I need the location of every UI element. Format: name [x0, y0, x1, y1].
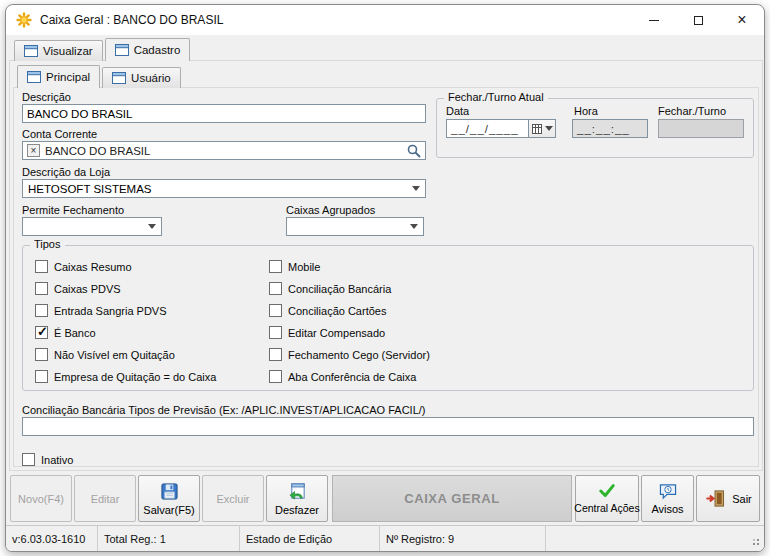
app-icon	[16, 12, 32, 28]
checkbox-empresa-quitacao-caixa[interactable]: Empresa de Quitação = do Caixa	[35, 370, 216, 383]
checkbox-e-banco[interactable]: É Banco	[35, 326, 96, 339]
data-calendar-dropdown-button[interactable]	[529, 119, 556, 138]
descricao-loja-label: Descrição da Loja	[22, 166, 110, 178]
window-controls: ×	[632, 5, 764, 35]
checkbox-box[interactable]	[22, 453, 35, 466]
checkbox-caixas-resumo[interactable]: Caixas Resumo	[35, 260, 132, 273]
checkbox-label: Caixas Resumo	[54, 261, 132, 273]
checkbox-box[interactable]	[269, 282, 282, 295]
close-icon: ×	[737, 12, 746, 28]
conta-corrente-input[interactable]: × BANCO DO BRASIL	[22, 141, 426, 160]
tab-visualizar-label: Visualizar	[43, 45, 93, 57]
checkbox-editar-compensado[interactable]: Editar Compensado	[269, 326, 385, 339]
salvar-button[interactable]: Salvar(F5)	[138, 475, 200, 522]
data-input[interactable]: __/__/____	[446, 119, 529, 138]
fechar-turno-group-title: Fechar./Turno Atual	[444, 91, 548, 103]
descricao-input[interactable]	[22, 104, 426, 123]
resize-grip[interactable]	[757, 543, 759, 545]
caixas-agrupados-select[interactable]	[286, 217, 424, 236]
avisos-button[interactable]: Avisos	[641, 475, 694, 522]
checkbox-mobile[interactable]: Mobile	[269, 260, 320, 273]
checkbox-label: É Banco	[54, 327, 96, 339]
descricao-loja-value: HETOSOFT SISTEMAS	[28, 183, 152, 195]
tab-cadastro-label: Cadastro	[134, 44, 181, 56]
form-icon	[115, 44, 129, 56]
sair-button[interactable]: Sair	[696, 475, 760, 522]
hora-input[interactable]: __:__:__	[572, 119, 648, 138]
hora-mask-value: __:__:__	[577, 123, 630, 135]
fechar-turno-input	[658, 119, 744, 138]
checkbox-aba-conferencia-caixa[interactable]: Aba Conferência de Caixa	[269, 370, 416, 383]
chevron-down-icon	[410, 224, 418, 229]
checkbox-box[interactable]	[269, 260, 282, 273]
descricao-label: Descrição	[22, 91, 71, 103]
checkbox-box[interactable]	[35, 282, 48, 295]
sub-tabstrip: Principal Usuário	[17, 65, 183, 88]
checkbox-box[interactable]	[269, 326, 282, 339]
checkbox-box[interactable]	[269, 348, 282, 361]
conciliacao-previsao-label: Conciliação Bancária Tipos de Previsão (…	[22, 404, 426, 416]
minimize-button[interactable]	[632, 5, 676, 35]
checkbox-label: Editar Compensado	[288, 327, 385, 339]
checkbox-label: Empresa de Quitação = do Caixa	[54, 371, 216, 383]
checkbox-inativo[interactable]: Inativo	[22, 453, 73, 466]
checkbox-caixas-pdvs[interactable]: Caixas PDVS	[35, 282, 121, 295]
chat-clock-icon	[658, 483, 678, 500]
checkbox-label: Fechamento Cego (Servidor)	[288, 349, 430, 361]
conta-corrente-value: BANCO DO BRASIL	[45, 145, 150, 157]
checkbox-box[interactable]	[35, 348, 48, 361]
checkbox-box[interactable]	[35, 260, 48, 273]
toolbar: Novo(F4) Editar Salvar(F5) Excluir Desfa…	[6, 472, 764, 525]
checkbox-fechamento-cego[interactable]: Fechamento Cego (Servidor)	[269, 348, 430, 361]
tab-cadastro[interactable]: Cadastro	[105, 38, 191, 61]
descricao-loja-select[interactable]: HETOSOFT SISTEMAS	[22, 179, 426, 198]
editar-button[interactable]: Editar	[74, 475, 136, 522]
tab-usuario[interactable]: Usuário	[102, 67, 181, 88]
checkbox-label: Conciliação Cartões	[288, 305, 386, 317]
maximize-button[interactable]	[676, 5, 720, 35]
fechar-turno-label: Fechar./Turno	[658, 105, 726, 117]
status-total: Total Reg.: 1	[98, 526, 240, 551]
checkbox-box[interactable]	[269, 304, 282, 317]
tipos-groupbox: Tipos Caixas Resumo Caixas PDVS Entrada …	[22, 245, 754, 391]
check-icon	[597, 483, 617, 499]
excluir-button[interactable]: Excluir	[202, 475, 264, 522]
checkbox-label: Caixas PDVS	[54, 283, 121, 295]
checkbox-entrada-sangria-pdvs[interactable]: Entrada Sangria PDVS	[35, 304, 167, 317]
checkbox-label: Não Visível em Quitação	[54, 349, 175, 361]
checkbox-box[interactable]	[35, 304, 48, 317]
clear-icon[interactable]: ×	[27, 144, 40, 157]
caixas-agrupados-label: Caixas Agrupados	[286, 204, 375, 216]
status-registro: Nº Registro: 9	[380, 526, 546, 551]
form-icon	[112, 72, 126, 84]
data-label: Data	[446, 105, 469, 117]
data-mask-value: __/__/____	[451, 123, 519, 135]
search-icon[interactable]	[407, 144, 421, 158]
checkbox-box[interactable]	[269, 370, 282, 383]
chevron-down-icon	[545, 126, 553, 131]
undo-icon	[288, 482, 307, 501]
statusbar: v:6.03.03-1610 Total Reg.: 1 Estado de E…	[6, 525, 764, 551]
form-icon	[27, 71, 41, 83]
checkbox-conciliacao-bancaria[interactable]: Conciliação Bancária	[269, 282, 391, 295]
central-acoes-button[interactable]: Central Ações	[575, 475, 639, 522]
tab-visualizar[interactable]: Visualizar	[14, 40, 103, 61]
conciliacao-previsao-input[interactable]	[22, 417, 754, 436]
permite-fechamento-select[interactable]	[22, 217, 162, 236]
checkbox-conciliacao-cartoes[interactable]: Conciliação Cartões	[269, 304, 386, 317]
novo-button[interactable]: Novo(F4)	[10, 475, 72, 522]
checkbox-nao-visivel-em-quitacao[interactable]: Não Visível em Quitação	[35, 348, 175, 361]
minimize-icon	[649, 20, 659, 21]
tab-usuario-label: Usuário	[131, 72, 171, 84]
save-icon	[160, 482, 179, 501]
desfazer-button[interactable]: Desfazer	[266, 475, 328, 522]
checkbox-box[interactable]	[35, 326, 48, 339]
close-button[interactable]: ×	[720, 5, 764, 35]
tab-principal[interactable]: Principal	[17, 65, 100, 88]
permite-fechamento-label: Permite Fechamento	[22, 204, 124, 216]
chevron-down-icon	[412, 186, 420, 191]
app-window: Caixa Geral : BANCO DO BRASIL × Visualiz…	[5, 4, 765, 552]
checkbox-box[interactable]	[35, 370, 48, 383]
checkbox-label: Inativo	[41, 454, 73, 466]
current-record-banner: CAIXA GERAL	[332, 475, 572, 522]
